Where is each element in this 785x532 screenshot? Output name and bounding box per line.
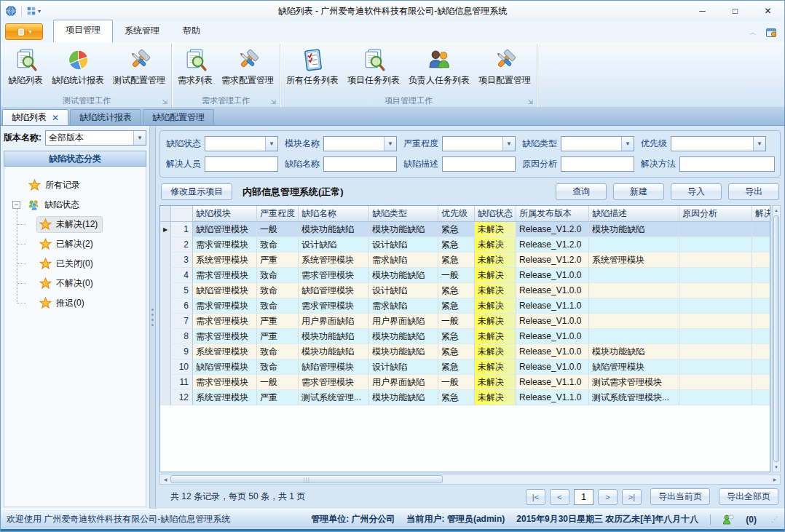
tree-item-4[interactable]: 已关闭(0) [17, 254, 146, 274]
ribbon-button-1-0[interactable]: 需求列表 [173, 46, 217, 87]
column-header-type[interactable]: 缺陷类型 [369, 206, 438, 221]
column-header-priority[interactable]: 优先级 [438, 206, 475, 221]
chevron-down-icon[interactable]: ▼ [621, 137, 634, 151]
doc-tab-1[interactable]: 缺陷统计报表 [70, 109, 141, 125]
tree-item-6[interactable]: 推迟(0) [17, 293, 146, 313]
dialog-launcher-icon[interactable]: ⇲ [527, 99, 533, 106]
export-all-pages-button[interactable]: 导出全部页 [719, 488, 778, 505]
ribbon-button-2-3[interactable]: 项目配置管理 [474, 46, 535, 87]
last-page-button[interactable]: >| [622, 489, 642, 505]
modify-columns-button[interactable]: 修改显示项目 [161, 183, 232, 200]
close-tab-icon[interactable]: ✕ [52, 114, 59, 122]
cell-type: 模块功能缺陷 [369, 268, 438, 283]
prev-page-button[interactable]: < [550, 489, 569, 505]
about-window-icon[interactable] [765, 27, 777, 39]
horizontal-scroll-thumb[interactable]: ||| [170, 475, 443, 483]
maximize-button[interactable]: □ [719, 1, 752, 20]
ribbon-button-0-0[interactable]: 缺陷列表 [4, 46, 47, 87]
vertical-scroll-thumb[interactable] [773, 215, 779, 462]
filter-input[interactable] [205, 156, 278, 172]
tree-item-5[interactable]: 不解决(0) [17, 274, 146, 293]
tree-item-0[interactable]: 所有记录 [10, 175, 146, 195]
application-menu-button[interactable]: ▾ [5, 23, 43, 40]
vertical-scrollbar[interactable]: ▲ ▼ [772, 205, 781, 472]
dialog-launcher-icon[interactable]: ⇲ [162, 99, 167, 106]
filter-input[interactable] [442, 156, 516, 172]
table-row[interactable]: 2需求管理模块致命设计缺陷设计缺陷紧急未解决Release_V1.2.0 [160, 237, 770, 253]
filter-combobox[interactable]: ▼ [561, 136, 634, 151]
online-user-icon[interactable] [722, 514, 734, 525]
close-button[interactable]: ✕ [752, 1, 784, 20]
sidebar-splitter[interactable] [150, 126, 156, 509]
table-row[interactable]: ▶1缺陷管理模块一般模块功能缺陷模块功能缺陷紧急未解决Release_V1.2.… [160, 222, 770, 237]
column-header-solution[interactable]: 解决方法 [752, 206, 770, 221]
scroll-up-icon[interactable]: ▲ [773, 206, 780, 215]
ribbon-tab-2[interactable]: 帮助 [171, 21, 212, 42]
minimize-button[interactable]: ─ [686, 1, 719, 20]
dialog-launcher-icon[interactable]: ⇲ [270, 99, 276, 106]
filter-input[interactable] [323, 156, 397, 172]
new-button[interactable]: 新建 [613, 183, 664, 200]
horizontal-scrollbar[interactable]: ◀ ||| ▶ [159, 474, 781, 485]
filter-input[interactable] [679, 156, 775, 172]
chevron-down-icon[interactable]: ▼ [265, 137, 277, 151]
table-row[interactable]: 8需求管理模块严重模块功能缺陷模块功能缺陷紧急未解决Release_V1.0.0 [160, 329, 770, 344]
ribbon-button-0-2[interactable]: 测试配置管理 [109, 46, 170, 87]
column-header-cause[interactable]: 原因分析 [679, 206, 752, 221]
filter-combobox[interactable]: ▼ [671, 136, 766, 151]
cell-status: 未解决 [475, 237, 516, 253]
next-page-button[interactable]: > [598, 489, 618, 505]
quick-access-toolbar[interactable]: ▾ [26, 6, 41, 16]
ribbon-button-0-1[interactable]: 缺陷统计报表 [47, 46, 109, 87]
table-row[interactable]: 7需求管理模块严重用户界面缺陷用户界面缺陷一般未解决Release_V1.0.0 [160, 314, 770, 329]
table-row[interactable]: 5缺陷管理模块致命缺陷管理模块设计缺陷紧急未解决Release_V1.0.0 [160, 283, 770, 298]
table-row[interactable]: 11需求管理模块一般需求管理模块用户界面缺陷一般未解决Release_V1.1.… [160, 375, 770, 390]
tree-item-2[interactable]: 未解决(12) [17, 215, 146, 234]
table-row[interactable]: 12系统管理模块严重测试系统管理...模块功能缺陷紧急未解决Release_V1… [160, 390, 770, 405]
page-number-input[interactable] [574, 489, 593, 505]
column-header-version[interactable]: 所属发布版本 [516, 206, 589, 221]
export-button[interactable]: 导出 [728, 183, 779, 200]
doc-tab-0[interactable]: 缺陷列表✕ [2, 109, 68, 125]
scroll-down-icon[interactable]: ▼ [773, 463, 780, 472]
table-row[interactable]: 10缺陷管理模块致命缺陷管理模块设计缺陷紧急未解决Release_V1.0.0缺… [160, 360, 770, 375]
ribbon-tab-1[interactable]: 系统管理 [113, 21, 171, 42]
scroll-right-icon[interactable]: ▶ [770, 477, 780, 482]
filter-input[interactable] [561, 156, 634, 172]
scroll-left-icon[interactable]: ◀ [160, 477, 170, 482]
ribbon-button-2-2[interactable]: 负责人任务列表 [404, 46, 474, 87]
first-page-button[interactable]: |< [526, 489, 545, 505]
column-header-status[interactable]: 缺陷状态 [475, 206, 516, 221]
doc-tab-2[interactable]: 缺陷配置管理 [143, 109, 214, 125]
chevron-down-icon[interactable]: ▼ [133, 131, 146, 145]
ribbon-button-2-1[interactable]: 项目任务列表 [343, 46, 404, 87]
ribbon-tab-0[interactable]: 项目管理 [53, 20, 113, 42]
version-combobox[interactable]: 全部版本 ▼ [45, 130, 146, 146]
tree-expander-icon[interactable]: − [12, 201, 20, 209]
search-button[interactable]: 查询 [556, 183, 607, 200]
chevron-down-icon[interactable]: ▼ [502, 137, 515, 151]
chevron-down-icon[interactable]: ▼ [753, 137, 765, 151]
star-icon [39, 238, 52, 250]
column-header-desc[interactable]: 缺陷描述 [589, 206, 679, 221]
tree-item-1[interactable]: − 缺陷状态 [10, 195, 146, 215]
column-header-module[interactable]: 缺陷模块 [193, 206, 257, 221]
column-header-severity[interactable]: 严重程度 [257, 206, 299, 221]
resize-grip[interactable]: ⋰ [771, 515, 778, 523]
tree-item-3[interactable]: 已解决(2) [17, 234, 146, 254]
column-header-name[interactable]: 缺陷名称 [299, 206, 369, 221]
ribbon-button-2-0[interactable]: 所有任务列表 [282, 46, 343, 87]
filter-combobox[interactable]: ▼ [442, 136, 516, 151]
table-row[interactable]: 6需求管理模块致命需求管理模块需求缺陷紧急未解决Release_V1.1.0 [160, 298, 770, 314]
table-row[interactable]: 4需求管理模块致命需求管理模块模块功能缺陷一般未解决Release_V1.0.0 [160, 268, 770, 283]
cell-module: 需求管理模块 [193, 268, 257, 283]
chevron-down-icon[interactable]: ▼ [384, 137, 396, 151]
export-current-page-button[interactable]: 导出当前页 [650, 488, 710, 505]
table-row[interactable]: 3系统管理模块严重系统管理模块需求缺陷紧急未解决Release_V1.2.0系统… [160, 253, 770, 268]
filter-combobox[interactable]: ▼ [323, 136, 397, 151]
filter-combobox[interactable]: ▼ [205, 136, 278, 151]
import-button[interactable]: 导入 [671, 183, 722, 200]
table-row[interactable]: 9系统管理模块致命模块功能缺陷模块功能缺陷紧急未解决Release_V1.0.0… [160, 344, 770, 360]
ribbon-button-1-1[interactable]: 需求配置管理 [217, 46, 278, 87]
collapse-ribbon-icon[interactable]: ︿ [749, 28, 757, 38]
